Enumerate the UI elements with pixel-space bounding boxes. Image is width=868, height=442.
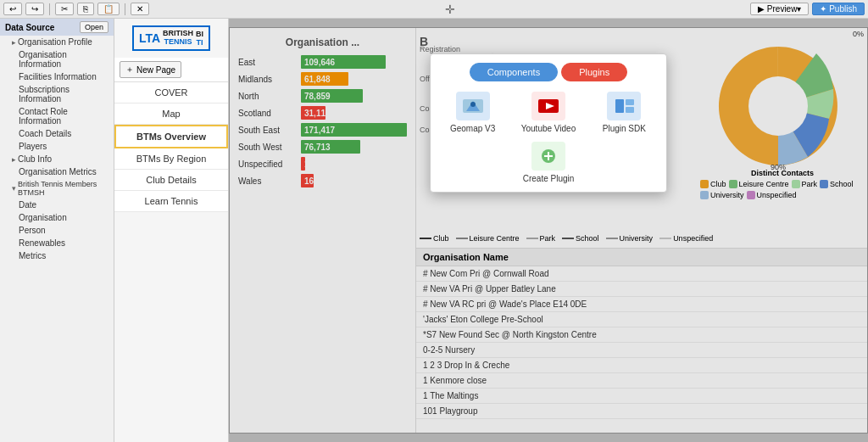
svg-rect-14 bbox=[615, 99, 624, 113]
sidebar-item-person[interactable]: Person bbox=[0, 224, 114, 237]
sidebar-title: Data Source bbox=[5, 23, 54, 32]
sidebar-item-btmsh[interactable]: ▾ British Tennis Members BTMSH bbox=[0, 178, 114, 199]
sidebar-item-label: British Tennis Members BTMSH bbox=[18, 180, 110, 197]
canvas-area: Organisation ... East 109,646 Midlands 6… bbox=[229, 19, 868, 442]
lta-text: LTA bbox=[139, 31, 160, 45]
geomap-icon bbox=[456, 92, 490, 120]
sidebar-item-label: Subscriptions Information bbox=[19, 85, 110, 104]
sidebar-item-label: Coach Details bbox=[19, 129, 71, 138]
copy-button[interactable]: ⎘ bbox=[77, 3, 94, 15]
popup-tab-plugins[interactable]: Plugins bbox=[561, 63, 627, 81]
sidebar-item-label: Organisation Information bbox=[19, 50, 110, 69]
sidebar-item-contact-role[interactable]: Contact Role Information bbox=[0, 105, 114, 127]
canvas-frame: Organisation ... East 109,646 Midlands 6… bbox=[229, 27, 868, 434]
sidebar-item-organisation[interactable]: Organisation bbox=[0, 211, 114, 224]
popup-item-plugin-sdk[interactable]: Plugin SDK bbox=[591, 92, 658, 133]
popup-panel: Components Plugins bbox=[430, 53, 667, 193]
sidebar-item-org-profile[interactable]: ▸ Organisation Profile bbox=[0, 36, 114, 48]
youtube-icon bbox=[531, 92, 565, 120]
close-button[interactable]: ✕ bbox=[131, 3, 149, 15]
plugin-sdk-label: Plugin SDK bbox=[603, 124, 646, 133]
undo-button[interactable]: ↩ bbox=[3, 3, 22, 15]
bi-text: BI bbox=[196, 30, 203, 38]
page-item-btms-overview[interactable]: BTMs Overview bbox=[114, 125, 228, 148]
left-sidebar: Data Source Open ▸ Organisation Profile … bbox=[0, 19, 114, 442]
sidebar-item-org-info[interactable]: Organisation Information bbox=[0, 48, 114, 70]
top-toolbar: ↩ ↪ ✂ ⎘ 📋 ✕ ✛ ▶ Preview▾ ✦ Publish bbox=[0, 0, 868, 19]
pages-panel: LTA BRITISH TENNIS BI TI ＋ New Page COVE… bbox=[114, 19, 229, 442]
create-plugin-row: Create Plugin bbox=[439, 142, 658, 183]
sidebar-item-label: Players bbox=[19, 142, 47, 151]
create-plugin-label: Create Plugin bbox=[523, 174, 575, 183]
expand-icon: ▾ bbox=[12, 184, 16, 193]
expand-icon: ▸ bbox=[12, 155, 16, 164]
toolbar-separator-2 bbox=[125, 3, 125, 15]
main-layout: Data Source Open ▸ Organisation Profile … bbox=[0, 19, 868, 442]
sidebar-item-players[interactable]: Players bbox=[0, 140, 114, 153]
sidebar-item-label: Metrics bbox=[19, 251, 46, 260]
sidebar-item-label: Organisation Profile bbox=[18, 37, 92, 47]
sidebar-item-org-metrics[interactable]: Organisation Metrics bbox=[0, 165, 114, 178]
page-item-map[interactable]: Map bbox=[114, 104, 228, 125]
sidebar-item-date[interactable]: Date bbox=[0, 199, 114, 211]
page-item-cover[interactable]: COVER bbox=[114, 82, 228, 104]
toolbar-separator-1 bbox=[49, 3, 50, 15]
paste-button[interactable]: 📋 bbox=[97, 3, 120, 15]
svg-rect-16 bbox=[626, 107, 634, 113]
sidebar-item-subscriptions[interactable]: Subscriptions Information bbox=[0, 83, 114, 105]
publish-button[interactable]: ✦ Publish bbox=[812, 3, 865, 15]
popup-tab-components[interactable]: Components bbox=[470, 63, 558, 81]
sidebar-item-label: Club Info bbox=[18, 154, 52, 164]
sidebar-item-label: Renewables bbox=[19, 238, 65, 248]
popup-tabs: Components Plugins bbox=[439, 63, 658, 81]
ti-text: TI bbox=[196, 38, 203, 47]
new-page-label: New Page bbox=[136, 65, 175, 75]
preview-button[interactable]: ▶ Preview▾ bbox=[750, 3, 809, 15]
svg-rect-15 bbox=[626, 99, 634, 105]
popup-items: Geomap V3 Youtube Video bbox=[439, 92, 658, 133]
sidebar-item-label: Facilities Information bbox=[19, 72, 97, 81]
page-item-learn-tennis[interactable]: Learn Tennis bbox=[114, 191, 228, 212]
popup-overlay: Components Plugins bbox=[230, 28, 867, 433]
plus-icon: ＋ bbox=[125, 64, 134, 76]
cut-button[interactable]: ✂ bbox=[55, 3, 74, 15]
redo-button[interactable]: ↪ bbox=[25, 3, 44, 15]
sidebar-item-label: Contact Role Information bbox=[19, 107, 110, 126]
sidebar-item-metrics[interactable]: Metrics bbox=[0, 249, 114, 262]
youtube-label: Youtube Video bbox=[521, 124, 576, 133]
sidebar-item-label: Date bbox=[19, 200, 36, 210]
sidebar-item-label: Person bbox=[19, 226, 46, 235]
popup-item-create-plugin[interactable]: Create Plugin bbox=[523, 142, 575, 183]
new-page-button[interactable]: ＋ New Page bbox=[120, 61, 181, 78]
popup-item-geomap[interactable]: Geomap V3 bbox=[439, 92, 506, 133]
center-icon: ✛ bbox=[445, 3, 455, 16]
sidebar-item-facilities[interactable]: Facilities Information bbox=[0, 70, 114, 83]
sidebar-header: Data Source Open bbox=[0, 19, 114, 36]
geomap-label: Geomap V3 bbox=[450, 124, 495, 133]
plugin-sdk-icon bbox=[607, 92, 641, 120]
tennis-text: TENNIS bbox=[163, 38, 193, 47]
sidebar-item-club-info[interactable]: ▸ Club Info bbox=[0, 153, 114, 165]
expand-icon: ▸ bbox=[12, 38, 16, 47]
sidebar-open-button[interactable]: Open bbox=[80, 21, 108, 33]
pages-header: ＋ New Page bbox=[114, 58, 228, 82]
sidebar-item-label: Organisation Metrics bbox=[19, 167, 97, 176]
sidebar-item-coach[interactable]: Coach Details bbox=[0, 127, 114, 140]
popup-item-youtube[interactable]: Youtube Video bbox=[515, 92, 581, 133]
svg-point-11 bbox=[470, 102, 476, 107]
page-item-btms-by-region[interactable]: BTMs By Region bbox=[114, 148, 228, 170]
lta-logo: LTA BRITISH TENNIS BI TI bbox=[114, 19, 228, 58]
sidebar-item-renewables[interactable]: Renewables bbox=[0, 237, 114, 249]
sidebar-item-label: Organisation bbox=[19, 213, 67, 222]
create-plugin-icon bbox=[531, 142, 565, 171]
page-item-club-details[interactable]: Club Details bbox=[114, 170, 228, 191]
